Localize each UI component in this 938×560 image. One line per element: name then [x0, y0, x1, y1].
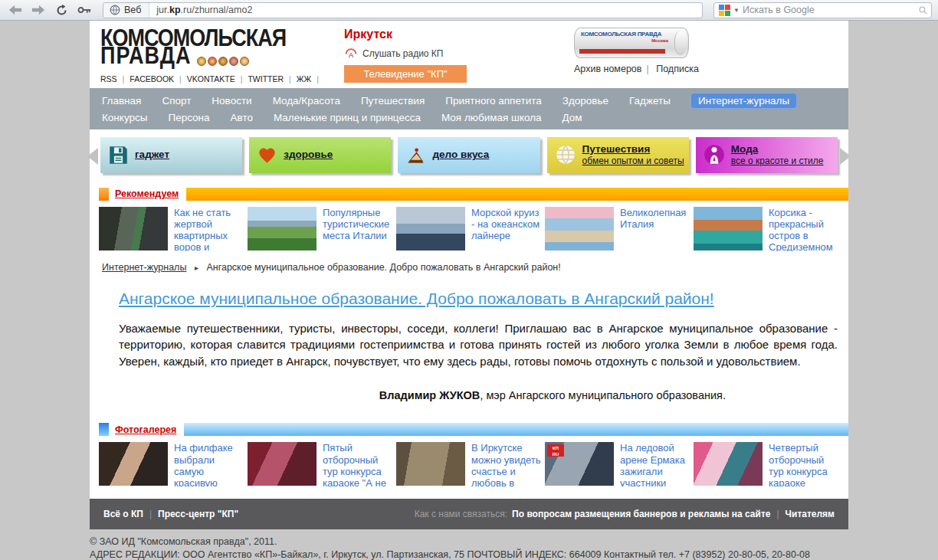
article-link[interactable]: Корсика - прекрасный остров в Средиземно… [769, 207, 839, 251]
magnifier-icon[interactable] [918, 5, 928, 15]
article-link[interactable]: Морской круиз - на океанском лайнере [471, 207, 542, 251]
article-thumbnail[interactable] [248, 207, 316, 251]
photo-thumbnail[interactable] [248, 442, 316, 486]
google-icon[interactable] [719, 5, 730, 16]
photo-thumbnail[interactable]: КПRU [545, 442, 614, 486]
social-link-lj[interactable]: ЖЖ [297, 74, 311, 84]
nav-item-zdorove[interactable]: Здоровье [562, 95, 608, 106]
nav-item-dom[interactable]: Дом [562, 112, 582, 123]
nav-item-malenkie-princ[interactable]: Маленькие принц и принцесса [274, 112, 421, 123]
chevron-down-icon[interactable]: ▼ [733, 7, 740, 14]
breadcrumb-root-link[interactable]: Интернет-журналы [102, 262, 186, 273]
article-link[interactable]: Как не стать жертвой квартирных воров и [174, 207, 244, 251]
recommend-section-bar: Рекомендуем [90, 188, 848, 201]
footer-bar: Всё о КП | Пресс-центр "КП" Как с нами с… [90, 499, 848, 529]
nav-item-priyatnogo-appetita[interactable]: Приятного аппетита [445, 95, 542, 106]
recommend-item[interactable]: Как не стать жертвой квартирных воров и [99, 207, 244, 251]
journal-subtitle[interactable]: обмен опытом и советы [582, 156, 684, 166]
article-thumbnail[interactable] [396, 207, 465, 251]
address-bar[interactable]: Веб jur.kp.ru/zhurnal/amo2 [103, 2, 703, 18]
social-link-facebook[interactable]: FACEBOOK [130, 74, 174, 84]
journal-title[interactable]: Мода [731, 143, 824, 156]
recommend-link[interactable]: Рекомендуем [115, 188, 179, 199]
newspaper-roll-image[interactable]: КОМСОМОЛЬСКАЯ ПРАВДА Москва [574, 28, 689, 58]
search-input[interactable] [743, 5, 918, 15]
gallery-item[interactable]: В Иркутске можно увидеть счастье и любов… [396, 442, 542, 486]
photo-link[interactable]: На ледовой арене Ермака зажигали участни… [620, 442, 690, 486]
forward-button[interactable] [29, 2, 48, 18]
article-link[interactable]: Популярные туристические места Италии [323, 207, 393, 251]
journal-subtitle[interactable]: все о красоте и стиле [731, 156, 824, 166]
social-link-twitter[interactable]: TWITTER [248, 74, 284, 84]
journal-card-delo-vkusa[interactable]: дело вкуса [398, 137, 540, 173]
nav-item-puteshestviya[interactable]: Путешествия [361, 95, 425, 106]
photo-thumbnail[interactable] [694, 442, 763, 486]
photo-thumbnail[interactable] [396, 442, 465, 486]
journal-card-moda[interactable]: Мода все о красоте и стиле [696, 137, 838, 173]
recommend-item[interactable]: Корсика - прекрасный остров в Средиземно… [694, 207, 839, 251]
subscribe-link[interactable]: Подписка [656, 64, 699, 74]
nav-item-moda-krasota[interactable]: Мода/Красота [273, 95, 340, 106]
recommend-item[interactable]: Морской круиз - на океанском лайнере [396, 207, 542, 251]
google-search-box[interactable]: ▼ [713, 2, 932, 18]
nav-item-sport[interactable]: Спорт [162, 95, 191, 106]
article-thumbnail[interactable] [545, 207, 614, 251]
gallery-item[interactable]: Четвертый отборочный тур конкурса караок… [694, 442, 839, 486]
gallery-item[interactable]: Пятый отборочный тур конкурса караоке "А… [248, 442, 393, 486]
radio-link[interactable]: A Слушать радио КП [344, 47, 505, 59]
signature-name: Владимир ЖУКОВ [379, 389, 480, 401]
recommend-bar-fill [186, 188, 848, 201]
site-identity-chip[interactable]: Веб [103, 3, 149, 18]
kp-ru-watermark: КПRU [547, 444, 564, 457]
journal-title[interactable]: здоровье [284, 149, 333, 161]
photo-link[interactable]: В Иркутске можно увидеть счастье и любов… [471, 442, 542, 486]
recommend-item[interactable]: Великолепная Италия [545, 207, 690, 251]
journal-card-zdorovye[interactable]: здоровье [249, 137, 391, 173]
nav-item-internet-zhurnaly[interactable]: Интернет-журналы [691, 93, 796, 108]
journal-card-gadget[interactable]: гаджет [100, 137, 242, 173]
recommend-item[interactable]: Популярные туристические места Италии [248, 207, 393, 251]
footer-link-chitatelyam[interactable]: Читателям [785, 509, 835, 519]
journal-card-puteshestviya[interactable]: Путешествия обмен опытом и советы [547, 137, 689, 173]
article-body: Уважаемые путешественники, туристы, инве… [90, 308, 848, 370]
article-title-link[interactable]: Ангарское муниципальное образование. Доб… [119, 290, 714, 307]
key-icon[interactable] [75, 2, 93, 18]
photo-link[interactable]: Четвертый отборочный тур конкурса караок… [769, 442, 839, 486]
nav-item-lyubimaya-shkola[interactable]: Моя любимая школа [441, 112, 542, 123]
nav-item-persona[interactable]: Персона [168, 112, 209, 123]
nav-item-avto[interactable]: Авто [231, 112, 253, 123]
recommend-items: Как не стать жертвой квартирных воров и … [90, 201, 848, 251]
social-links: RSS| FACEBOOK| VKONTAKTE| TWITTER| ЖЖ| [100, 74, 330, 84]
gallery-item[interactable]: КПRU На ледовой арене Ермака зажигали уч… [545, 442, 690, 486]
nav-item-glavnaya[interactable]: Главная [102, 95, 141, 106]
gallery-link[interactable]: Фотогалерея [115, 424, 176, 435]
archive-link[interactable]: Архив номеров [574, 64, 641, 74]
carousel-next-arrow[interactable] [840, 148, 851, 165]
nav-item-konkursy[interactable]: Конкурсы [102, 112, 147, 123]
social-link-vkontakte[interactable]: VKONTAKTE [187, 74, 235, 84]
copyright-line2: АДРЕС РЕДАКЦИИ: ООО Агентство «КП»-Байка… [90, 549, 848, 560]
back-button[interactable] [6, 2, 25, 18]
journal-title[interactable]: Путешествия [582, 143, 684, 156]
carousel-prev-arrow[interactable] [87, 148, 98, 165]
nav-item-novosti[interactable]: Новости [212, 95, 251, 106]
journal-title[interactable]: гаджет [135, 149, 169, 161]
tv-kp-button[interactable]: Телевидение "КП" [344, 65, 467, 83]
article-thumbnail[interactable] [694, 207, 763, 251]
reload-button[interactable] [52, 2, 71, 18]
photo-link[interactable]: На филфаке выбрали самую красивую абитур… [174, 442, 244, 486]
photo-thumbnail[interactable] [99, 442, 168, 486]
nav-item-gadzhety[interactable]: Гаджеты [629, 95, 671, 106]
footer-link-vsyo-o-kp[interactable]: Всё о КП [103, 509, 143, 519]
kp-logo[interactable]: КОМСОМОЛЬСКАЯ ПРАВДА RSS| FACEBOOK| VKON… [100, 28, 330, 84]
url-text[interactable]: jur.kp.ru/zhurnal/amo2 [149, 5, 252, 15]
article-title-heading: Ангарское муниципальное образование. Доб… [90, 273, 848, 308]
journal-title[interactable]: дело вкуса [432, 149, 489, 161]
article-link[interactable]: Великолепная Италия [620, 207, 690, 251]
photo-link[interactable]: Пятый отборочный тур конкурса караоке "А… [323, 442, 393, 486]
social-link-rss[interactable]: RSS [100, 74, 117, 84]
gallery-item[interactable]: На филфаке выбрали самую красивую абитур… [99, 442, 244, 486]
footer-link-press-centr[interactable]: Пресс-центр "КП" [158, 509, 238, 519]
footer-link-reklama[interactable]: По вопросам размещения баннеров и реклам… [512, 509, 770, 519]
article-thumbnail[interactable] [99, 207, 168, 251]
